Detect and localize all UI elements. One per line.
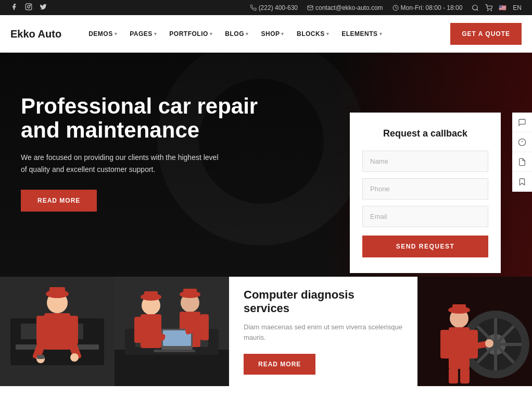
service-text-card: Computer diagnosis services Diam maecena… xyxy=(229,277,417,386)
chevron-down-icon: ▾ xyxy=(379,15,383,53)
svg-rect-21 xyxy=(49,287,65,294)
email-input[interactable] xyxy=(362,206,488,227)
topbar: (222) 400-630 contact@ekko-auto.com Mon-… xyxy=(0,0,532,15)
search-icon[interactable] xyxy=(472,4,479,11)
document-icon[interactable] xyxy=(512,152,532,172)
hero-content: Professional car repair and maintenance … xyxy=(0,53,281,212)
twitter-link[interactable] xyxy=(40,3,47,12)
service-readmore-button[interactable]: READ MORE xyxy=(244,354,315,375)
svg-rect-34 xyxy=(134,317,143,343)
topbar-social xyxy=(10,3,47,12)
svg-rect-0 xyxy=(26,4,32,10)
site-logo[interactable]: Ekko Auto xyxy=(10,28,61,40)
email-info: contact@ekko-auto.com xyxy=(307,4,383,11)
callback-form: Request a callback SEND REQUEST xyxy=(350,113,501,273)
svg-point-2 xyxy=(30,5,31,5)
topbar-info: (222) 400-630 contact@ekko-auto.com Mon-… xyxy=(250,4,522,11)
svg-rect-36 xyxy=(144,291,158,298)
nav-pages[interactable]: PAGES ▾ xyxy=(123,15,163,53)
svg-rect-56 xyxy=(449,327,470,369)
cart-icon[interactable] xyxy=(485,4,492,11)
svg-point-6 xyxy=(488,10,488,10)
name-input[interactable] xyxy=(362,151,488,172)
hero-title: Professional car repair and maintenance xyxy=(21,94,260,142)
svg-point-62 xyxy=(485,339,493,348)
mechanic3-card xyxy=(417,277,532,386)
lang-label[interactable]: EN xyxy=(513,4,522,11)
chevron-down-icon: ▾ xyxy=(210,15,213,53)
svg-point-7 xyxy=(491,10,491,10)
hero-readmore-button[interactable]: READ MORE xyxy=(21,190,97,212)
mechanic2-image xyxy=(115,277,229,386)
nav-links: DEMOS ▾ PAGES ▾ PORTFOLIO ▾ BLOG ▾ SHOP … xyxy=(82,15,450,53)
nav-shop[interactable]: SHOP ▾ xyxy=(255,15,290,53)
navbar: Ekko Auto DEMOS ▾ PAGES ▾ PORTFOLIO ▾ BL… xyxy=(0,15,532,53)
service-title: Computer diagnosis services xyxy=(244,288,403,316)
svg-rect-57 xyxy=(440,330,450,358)
service-desc: Diam maecenas sed enim ut sem viverra sc… xyxy=(244,322,403,344)
cards-section: Computer diagnosis services Diam maecena… xyxy=(0,277,532,386)
chevron-down-icon: ▾ xyxy=(154,15,157,53)
phone-input[interactable] xyxy=(362,178,488,200)
mechanic2-card xyxy=(115,277,229,386)
mechanic1-image xyxy=(0,277,115,386)
info-icon[interactable] xyxy=(512,132,532,152)
svg-rect-64 xyxy=(460,368,470,384)
topbar-actions: 🇺🇸 EN xyxy=(472,4,522,11)
hero-subtitle: We are focused on providing our clients … xyxy=(21,152,219,175)
nav-blocks[interactable]: BLOCKS ▾ xyxy=(290,15,335,53)
svg-rect-60 xyxy=(452,304,466,311)
hours-info: Mon-Fri: 08:00 - 18:00 xyxy=(392,4,463,11)
chevron-down-icon: ▾ xyxy=(246,15,249,53)
flag-icon: 🇺🇸 xyxy=(499,4,506,11)
phone-info: (222) 400-630 xyxy=(250,4,298,11)
svg-rect-41 xyxy=(183,289,197,295)
svg-rect-26 xyxy=(37,355,44,359)
bottom-section: Car servicing and repairs xyxy=(0,386,532,408)
svg-point-4 xyxy=(473,5,477,9)
svg-line-5 xyxy=(477,9,478,10)
instagram-link[interactable] xyxy=(25,3,32,12)
callback-title: Request a callback xyxy=(362,128,488,139)
nav-demos[interactable]: DEMOS ▾ xyxy=(82,15,123,53)
svg-point-25 xyxy=(70,353,79,362)
chevron-down-icon: ▾ xyxy=(115,15,118,53)
get-quote-button[interactable]: GET A QUOTE xyxy=(450,23,522,45)
nav-blog[interactable]: BLOG ▾ xyxy=(219,15,255,53)
nav-elements[interactable]: ELEMENTS ▾ xyxy=(335,15,388,53)
sidebar-icons-panel xyxy=(512,113,532,192)
send-request-button[interactable]: SEND REQUEST xyxy=(362,236,488,257)
bookmark-icon[interactable] xyxy=(512,172,532,192)
svg-rect-63 xyxy=(449,368,458,384)
nav-portfolio[interactable]: PORTFOLIO ▾ xyxy=(163,15,219,53)
chevron-down-icon: ▾ xyxy=(281,15,284,53)
chat-icon[interactable] xyxy=(512,113,532,132)
hero-section: Professional car repair and maintenance … xyxy=(0,53,532,277)
svg-point-1 xyxy=(28,6,30,8)
mechanic1-card xyxy=(0,277,115,386)
facebook-link[interactable] xyxy=(10,3,18,12)
chevron-down-icon: ▾ xyxy=(326,15,330,53)
svg-rect-44 xyxy=(154,350,195,352)
mechanic3-image xyxy=(417,277,532,386)
svg-rect-17 xyxy=(44,313,70,350)
svg-rect-28 xyxy=(115,350,229,386)
